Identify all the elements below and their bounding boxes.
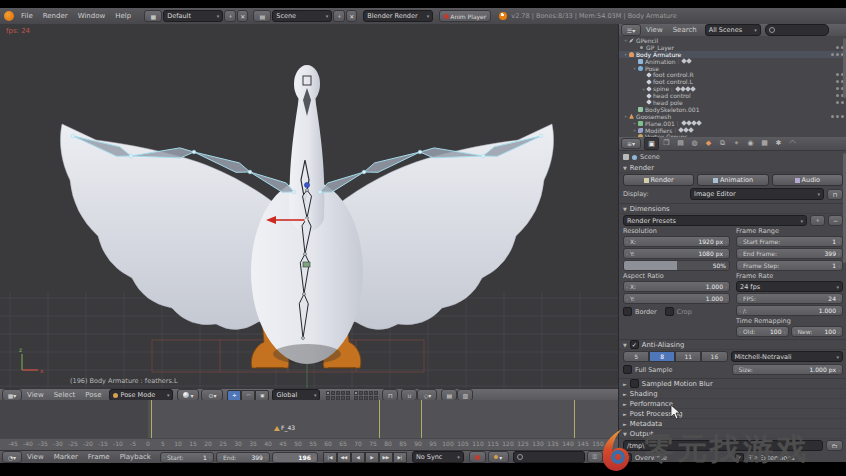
bone-joint[interactable] [71,134,75,138]
properties-tab-object[interactable]: ◆ [702,137,715,148]
bone-joint[interactable] [248,170,252,174]
properties-tab-world[interactable]: ◍ [688,137,701,148]
time-remap-new-field[interactable]: ‹New: 100› [791,326,844,337]
layout-dropdown[interactable]: Default▾ [163,10,223,22]
timeline-menu-marker[interactable]: Marker [49,450,83,465]
bone-joint[interactable] [306,189,309,192]
bone-joint[interactable] [302,337,305,340]
outliner-editor-type-button[interactable]: ☰▾ [621,24,641,36]
layer-toggle[interactable] [374,391,378,395]
menu-file[interactable]: File [16,9,38,24]
crop-checkbox[interactable]: Crop [665,307,692,316]
layer-toggle[interactable] [359,391,363,395]
timeline-marker[interactable]: F_43 [277,426,280,431]
outliner-item-gp-layer[interactable]: GP_Layer [619,44,846,51]
end-frame-field[interactable]: ‹End: 399› [216,452,270,463]
outliner-item-body-armature[interactable]: ＋Body Armature [619,51,846,58]
layer-toggle[interactable] [369,391,373,395]
outliner-item-pose[interactable]: ＋Pose [619,65,846,72]
properties-tab-render[interactable]: ▣ [644,137,659,150]
manipulator-rotate-button[interactable]: ◠ [241,390,255,401]
timeline-editor[interactable]: -45-40-35-30-25-20-15-10-505101520253035… [0,400,618,450]
outliner-filter-dropdown[interactable]: All Scenes▾ [705,24,761,36]
frame-step-field[interactable]: ‹Frame Step: 1› [736,260,843,271]
expander-icon[interactable]: ＋ [632,65,637,71]
outliner-menu-view[interactable]: View [641,24,668,38]
bone[interactable] [320,172,364,192]
layer-toggle[interactable] [364,391,368,395]
properties-editor-type-button[interactable]: ≡▾ [621,138,641,149]
expander-icon[interactable]: ＋ [623,51,628,57]
bone-joint[interactable] [192,150,196,154]
start-frame-field[interactable]: ‹Start: 1› [160,452,214,463]
restriction-toggle-icon[interactable] [841,115,844,118]
aspect-x-field[interactable]: ‹X: 1.000› [623,281,730,292]
bone-joint[interactable] [304,253,307,256]
keyframe-line[interactable] [421,400,422,438]
frame-rate-preset-dropdown[interactable]: 24 fps▾ [736,281,843,292]
properties-tab-material[interactable]: ◉ [744,137,757,148]
start-frame-prop-field[interactable]: ‹Start Frame: 1› [736,236,843,247]
bone[interactable] [250,172,294,192]
outliner-item-animation[interactable]: Animation| [619,58,846,65]
layer-toggle[interactable] [331,396,335,400]
restriction-toggle-icon[interactable] [836,101,839,104]
timeline-editor-type-button[interactable]: ◔▾ [2,451,22,463]
display-dropdown[interactable]: Image Editor▾ [690,188,824,200]
aa-samples-11[interactable]: 11 [675,351,701,362]
timeline-menu-frame[interactable]: Frame [83,450,115,465]
layout-add-button[interactable]: ＋ [224,10,236,22]
expander-icon[interactable]: ＋ [632,120,637,126]
restriction-toggle-icon[interactable] [836,73,839,76]
outliner-editor[interactable]: ☰▾ ViewSearch All Scenes▾ ＋GPencilGP_Lay… [619,24,846,138]
scene-dropdown[interactable]: Scene▾ [272,10,332,22]
properties-editor[interactable]: ≡▾ ▣❐▤◍◆⧉⌖◉▦✱◠ Scene ▼Render Render [619,137,846,462]
armature-layers-grid[interactable] [326,391,350,400]
play-button[interactable]: ▶ [365,452,379,463]
jump-start-button[interactable]: |◀ [323,452,337,463]
sub-icon[interactable] [686,58,692,64]
record-button[interactable] [469,451,486,463]
properties-tab-particles[interactable]: ✱ [772,137,785,148]
scene-delete-button[interactable]: ✕ [346,10,357,22]
performance-panel-header[interactable]: ►Performance [619,399,846,409]
end-frame-prop-field[interactable]: ‹End Frame: 399› [736,248,843,259]
keyframe-line[interactable] [151,400,152,438]
restriction-toggle-icon[interactable] [831,53,834,56]
scene-add-button[interactable]: ＋ [333,10,345,22]
outliner-item-gpencil[interactable]: ＋GPencil [619,37,846,44]
antialiasing-checkbox[interactable]: ✓ [630,340,639,349]
restriction-toggle-icon[interactable] [836,53,839,56]
properties-tab-texture[interactable]: ▦ [758,137,771,148]
bone-joint[interactable] [362,170,366,174]
restriction-toggle-icon[interactable] [841,101,844,104]
fps-field[interactable]: ‹FPS: 24› [736,293,843,304]
fps-base-field[interactable]: ‹/: 1.000› [736,305,843,316]
outliner-item-spine[interactable]: ＋spine| [619,85,846,92]
restriction-toggle-icon[interactable] [831,115,834,118]
play-reverse-button[interactable]: ◀ [351,452,365,463]
layer-toggle[interactable] [354,396,358,400]
scene-selector-icon[interactable]: ▤ [253,10,271,22]
bone-joint[interactable] [292,190,296,194]
post-processing-panel-header[interactable]: ►Post Processing [619,409,846,419]
properties-tab-scene[interactable]: ▤ [674,137,687,148]
menu-render[interactable]: Render [38,9,73,24]
layer-toggle[interactable] [354,391,358,395]
viewport-3d[interactable]: x z fps: 24 (196) Body Armature : feathe… [0,24,618,388]
restriction-toggle-icon[interactable] [836,94,839,97]
layer-toggle[interactable] [331,391,335,395]
bone-head-point[interactable] [304,182,309,187]
bone-joint[interactable] [303,293,306,296]
render-audio-button[interactable]: Audio [772,174,843,186]
bone-joint[interactable] [481,154,485,158]
restriction-toggle-icon[interactable] [836,80,839,83]
bone-joint[interactable] [539,134,543,138]
keying-search-field[interactable] [513,451,585,463]
sub-icon[interactable] [696,120,702,126]
layer-toggle[interactable] [326,391,330,395]
aa-samples-8[interactable]: 8 [649,351,675,362]
bone-joint[interactable] [318,190,322,194]
expander-icon[interactable]: ＋ [632,127,637,133]
aa-size-field[interactable]: ‹Size: 1.000 px› [732,364,844,375]
